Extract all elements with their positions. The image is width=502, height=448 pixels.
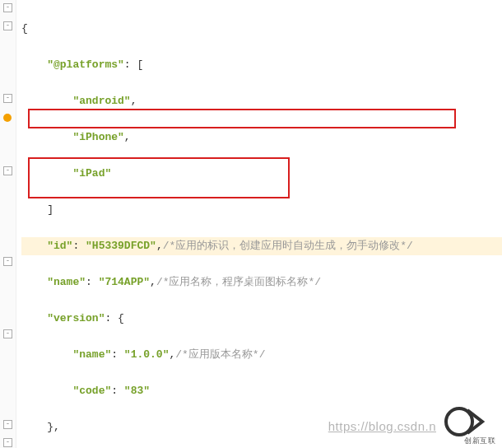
fold-icon[interactable]: -: [3, 166, 12, 175]
watermark-text: https://blog.csdn.n: [328, 419, 436, 433]
code-line: {: [21, 20, 502, 38]
brand-logo-icon: [443, 405, 495, 440]
fold-icon[interactable]: -: [3, 3, 12, 12]
code-line: "@platforms": [: [21, 56, 502, 74]
code-line: "iPhone",: [21, 128, 502, 147]
fold-icon[interactable]: -: [3, 257, 12, 266]
fold-icon[interactable]: -: [3, 21, 12, 30]
warning-icon: [3, 114, 12, 122]
code-line: "id": "H5339DFCD",/*应用的标识，创建应用时自动生成，勿手动修…: [21, 237, 502, 255]
code-line: "iPad": [21, 165, 502, 183]
code-line: "android",: [21, 92, 502, 110]
code-line: "code": "83": [21, 382, 502, 400]
fold-icon[interactable]: -: [3, 94, 12, 103]
code-line: "version": {: [21, 310, 502, 328]
fold-icon[interactable]: -: [3, 329, 12, 338]
fold-icon[interactable]: -: [3, 420, 12, 429]
code-line: "name": "714APP",/*应用名称，程序桌面图标名称*/: [21, 273, 502, 292]
code-line: "name": "1.0.0",/*应用版本名称*/: [21, 346, 502, 364]
fold-icon[interactable]: -: [3, 438, 12, 447]
code-line: ]: [21, 201, 502, 219]
brand-logo-text: 创新互联: [464, 436, 495, 446]
code-area: { "@platforms": [ "android", "iPhone", "…: [18, 0, 502, 448]
gutter: - - - - - - - -: [0, 0, 16, 448]
